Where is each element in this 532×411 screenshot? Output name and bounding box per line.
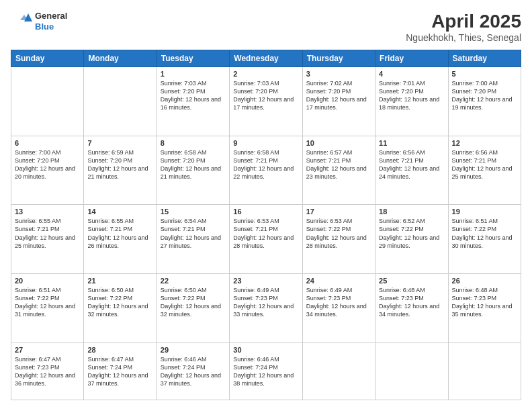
table-row: 15 Sunrise: 6:54 AMSunset: 7:21 PMDaylig…: [157, 205, 229, 274]
day-detail: Sunrise: 6:56 AMSunset: 7:21 PMDaylight:…: [379, 148, 444, 181]
day-detail: Sunrise: 7:02 AMSunset: 7:20 PMDaylight:…: [306, 79, 371, 112]
table-row: 4 Sunrise: 7:01 AMSunset: 7:20 PMDayligh…: [375, 67, 448, 136]
day-detail: Sunrise: 6:55 AMSunset: 7:21 PMDaylight:…: [87, 217, 152, 250]
table-row: 12 Sunrise: 6:56 AMSunset: 7:21 PMDaylig…: [448, 136, 521, 205]
calendar-table: Sunday Monday Tuesday Wednesday Thursday…: [11, 50, 521, 400]
logo: General Blue: [11, 11, 67, 32]
col-monday: Monday: [84, 50, 157, 67]
day-detail: Sunrise: 6:54 AMSunset: 7:21 PMDaylight:…: [161, 217, 226, 250]
day-detail: Sunrise: 6:48 AMSunset: 7:23 PMDaylight:…: [379, 286, 444, 319]
table-row: 7 Sunrise: 6:59 AMSunset: 7:20 PMDayligh…: [84, 136, 157, 205]
day-detail: Sunrise: 7:01 AMSunset: 7:20 PMDaylight:…: [379, 79, 444, 112]
day-number: 11: [379, 139, 444, 147]
table-row: 26 Sunrise: 6:48 AMSunset: 7:23 PMDaylig…: [448, 273, 521, 342]
day-number: 17: [306, 208, 371, 216]
table-row: 5 Sunrise: 7:00 AMSunset: 7:20 PMDayligh…: [448, 67, 521, 136]
day-detail: Sunrise: 6:46 AMSunset: 7:24 PMDaylight:…: [161, 355, 226, 388]
day-detail: Sunrise: 6:53 AMSunset: 7:22 PMDaylight:…: [306, 217, 371, 250]
col-thursday: Thursday: [302, 50, 375, 67]
day-detail: Sunrise: 6:50 AMSunset: 7:22 PMDaylight:…: [87, 286, 152, 319]
calendar-week-row: 13 Sunrise: 6:55 AMSunset: 7:21 PMDaylig…: [11, 205, 521, 274]
day-detail: Sunrise: 6:59 AMSunset: 7:20 PMDaylight:…: [87, 148, 152, 181]
day-number: 23: [233, 277, 298, 285]
day-number: 28: [87, 346, 152, 354]
day-number: 13: [15, 208, 80, 216]
table-row: 9 Sunrise: 6:58 AMSunset: 7:21 PMDayligh…: [230, 136, 302, 205]
table-row: [11, 67, 84, 136]
day-number: 29: [161, 346, 226, 354]
table-row: [84, 67, 157, 136]
page: General Blue April 2025 Nguekhokh, Thies…: [0, 0, 532, 411]
day-number: 16: [233, 208, 298, 216]
table-row: 8 Sunrise: 6:58 AMSunset: 7:20 PMDayligh…: [157, 136, 229, 205]
day-detail: Sunrise: 6:57 AMSunset: 7:21 PMDaylight:…: [306, 148, 371, 181]
table-row: 2 Sunrise: 7:03 AMSunset: 7:20 PMDayligh…: [230, 67, 302, 136]
title-block: April 2025 Nguekhokh, Thies, Senegal: [406, 11, 521, 43]
day-number: 26: [452, 277, 517, 285]
day-detail: Sunrise: 6:49 AMSunset: 7:23 PMDaylight:…: [306, 286, 371, 319]
calendar-week-row: 6 Sunrise: 7:00 AMSunset: 7:20 PMDayligh…: [11, 136, 521, 205]
table-row: 22 Sunrise: 6:50 AMSunset: 7:22 PMDaylig…: [157, 273, 229, 342]
day-detail: Sunrise: 6:48 AMSunset: 7:23 PMDaylight:…: [452, 286, 517, 319]
day-number: 14: [87, 208, 152, 216]
day-detail: Sunrise: 6:51 AMSunset: 7:22 PMDaylight:…: [15, 286, 80, 319]
table-row: 27 Sunrise: 6:47 AMSunset: 7:23 PMDaylig…: [11, 342, 84, 400]
day-detail: Sunrise: 6:58 AMSunset: 7:21 PMDaylight:…: [233, 148, 298, 181]
day-number: 22: [161, 277, 226, 285]
day-number: 18: [379, 208, 444, 216]
day-number: 25: [379, 277, 444, 285]
day-number: 1: [161, 70, 226, 78]
table-row: 18 Sunrise: 6:52 AMSunset: 7:22 PMDaylig…: [375, 205, 448, 274]
col-wednesday: Wednesday: [230, 50, 302, 67]
day-number: 21: [87, 277, 152, 285]
calendar-week-row: 1 Sunrise: 7:03 AMSunset: 7:20 PMDayligh…: [11, 67, 521, 136]
logo-line1: General: [35, 11, 67, 21]
day-detail: Sunrise: 6:58 AMSunset: 7:20 PMDaylight:…: [161, 148, 226, 181]
table-row: 23 Sunrise: 6:49 AMSunset: 7:23 PMDaylig…: [230, 273, 302, 342]
col-tuesday: Tuesday: [157, 50, 229, 67]
table-row: 13 Sunrise: 6:55 AMSunset: 7:21 PMDaylig…: [11, 205, 84, 274]
day-detail: Sunrise: 6:47 AMSunset: 7:24 PMDaylight:…: [87, 355, 152, 388]
calendar-subtitle: Nguekhokh, Thies, Senegal: [406, 32, 521, 43]
day-number: 19: [452, 208, 517, 216]
table-row: 1 Sunrise: 7:03 AMSunset: 7:20 PMDayligh…: [157, 67, 229, 136]
logo-text: General Blue: [35, 11, 67, 32]
calendar-week-row: 20 Sunrise: 6:51 AMSunset: 7:22 PMDaylig…: [11, 273, 521, 342]
table-row: 30 Sunrise: 6:46 AMSunset: 7:24 PMDaylig…: [230, 342, 302, 400]
day-detail: Sunrise: 6:49 AMSunset: 7:23 PMDaylight:…: [233, 286, 298, 319]
table-row: 16 Sunrise: 6:53 AMSunset: 7:21 PMDaylig…: [230, 205, 302, 274]
logo-line2: Blue: [35, 21, 67, 32]
day-number: 8: [161, 139, 226, 147]
table-row: [448, 342, 521, 400]
day-number: 7: [87, 139, 152, 147]
day-detail: Sunrise: 6:56 AMSunset: 7:21 PMDaylight:…: [452, 148, 517, 181]
day-detail: Sunrise: 6:52 AMSunset: 7:22 PMDaylight:…: [379, 217, 444, 250]
logo-icon: [11, 11, 32, 32]
day-detail: Sunrise: 6:47 AMSunset: 7:23 PMDaylight:…: [15, 355, 80, 388]
day-number: 30: [233, 346, 298, 354]
day-number: 3: [306, 70, 371, 78]
table-row: 24 Sunrise: 6:49 AMSunset: 7:23 PMDaylig…: [302, 273, 375, 342]
table-row: 6 Sunrise: 7:00 AMSunset: 7:20 PMDayligh…: [11, 136, 84, 205]
table-row: 11 Sunrise: 6:56 AMSunset: 7:21 PMDaylig…: [375, 136, 448, 205]
col-saturday: Saturday: [448, 50, 521, 67]
col-sunday: Sunday: [11, 50, 84, 67]
day-detail: Sunrise: 7:03 AMSunset: 7:20 PMDaylight:…: [233, 79, 298, 112]
day-detail: Sunrise: 6:55 AMSunset: 7:21 PMDaylight:…: [15, 217, 80, 250]
calendar-week-row: 27 Sunrise: 6:47 AMSunset: 7:23 PMDaylig…: [11, 342, 521, 400]
day-detail: Sunrise: 6:46 AMSunset: 7:24 PMDaylight:…: [233, 355, 298, 388]
table-row: 10 Sunrise: 6:57 AMSunset: 7:21 PMDaylig…: [302, 136, 375, 205]
day-detail: Sunrise: 7:03 AMSunset: 7:20 PMDaylight:…: [161, 79, 226, 112]
table-row: 28 Sunrise: 6:47 AMSunset: 7:24 PMDaylig…: [84, 342, 157, 400]
day-number: 4: [379, 70, 444, 78]
day-number: 6: [15, 139, 80, 147]
day-number: 20: [15, 277, 80, 285]
header: General Blue April 2025 Nguekhokh, Thies…: [11, 11, 521, 43]
table-row: 14 Sunrise: 6:55 AMSunset: 7:21 PMDaylig…: [84, 205, 157, 274]
day-detail: Sunrise: 7:00 AMSunset: 7:20 PMDaylight:…: [452, 79, 517, 112]
calendar-header-row: Sunday Monday Tuesday Wednesday Thursday…: [11, 50, 521, 67]
table-row: 25 Sunrise: 6:48 AMSunset: 7:23 PMDaylig…: [375, 273, 448, 342]
day-detail: Sunrise: 6:53 AMSunset: 7:21 PMDaylight:…: [233, 217, 298, 250]
day-number: 5: [452, 70, 517, 78]
day-number: 24: [306, 277, 371, 285]
